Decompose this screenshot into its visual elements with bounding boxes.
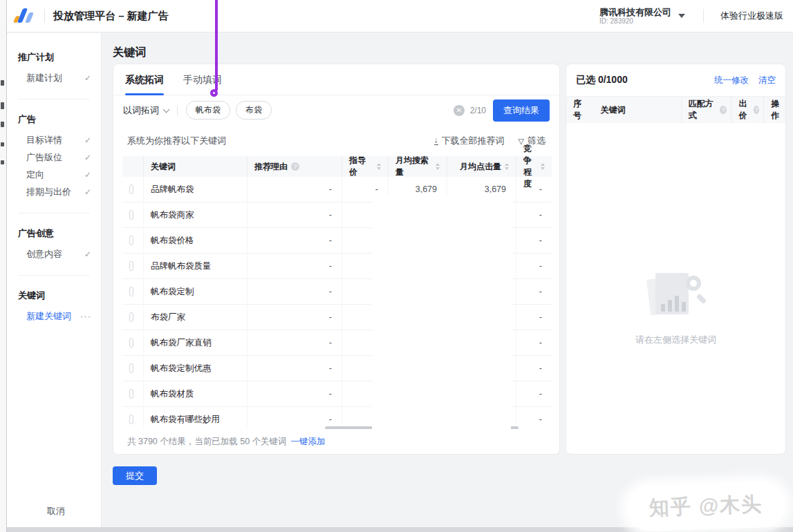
empty-state: 请在左侧选择关键词 — [566, 272, 785, 346]
recommend-bar: 系统为你推荐以下关键词 ↓ 下载全部推荐词 ▽ 筛选 — [113, 129, 559, 153]
sidebar-item[interactable]: 定向✓ — [7, 166, 101, 183]
table-cell: - — [516, 279, 552, 305]
column-label: 序号 — [573, 98, 590, 122]
sidebar-item-label: 目标详情 — [26, 134, 62, 146]
sort-icon[interactable] — [505, 163, 509, 170]
table-cell: - — [247, 381, 342, 407]
add-all-link[interactable]: 一键添加 — [291, 436, 326, 448]
sidebar-divider — [18, 99, 90, 99]
table-cell: 帆布袋定制 — [143, 279, 247, 305]
keyword-tag[interactable]: 帆布袋 — [186, 101, 230, 120]
sidebar: 推广计划新建计划✓广告目标详情✓广告版位✓定向✓排期与出价✓广告创意创意内容✓关… — [7, 33, 102, 527]
sidebar-item-label: 新建计划 — [26, 72, 62, 84]
info-icon[interactable]: ? — [291, 162, 299, 171]
sidebar-section: 广告创意创意内容✓ — [7, 219, 101, 269]
table-cell: - — [516, 381, 552, 407]
check-icon: ✓ — [84, 249, 91, 259]
info-icon[interactable]: ? — [720, 106, 727, 114]
submit-button[interactable]: 提交 — [113, 466, 157, 485]
annotation-ring — [210, 89, 218, 97]
row-checkbox[interactable] — [129, 210, 133, 220]
table-cell: 品牌帆布袋 — [143, 177, 247, 202]
checkbox-cell — [122, 228, 143, 254]
table-cell: 品牌帆布袋质量 — [143, 254, 247, 279]
app-root: 投放管理平台 – 新建广告 腾讯科技有限公司 ID: 283920 体验行业极速… — [0, 0, 793, 532]
sort-icon[interactable] — [541, 163, 545, 170]
checkbox-cell — [122, 330, 143, 356]
table-cell: 布袋厂家 — [143, 305, 247, 330]
result-summary: 共 3790 个结果，当前已加载 50 个关键词 — [127, 436, 287, 448]
account-id: ID: 283920 — [599, 17, 671, 26]
tab-system-expand[interactable]: 系统拓词 — [125, 64, 164, 95]
checkbox-cell — [122, 305, 143, 330]
account-switcher[interactable]: 腾讯科技有限公司 ID: 283920 — [599, 7, 671, 26]
sidebar-section: 广告目标详情✓广告版位✓定向✓排期与出价✓ — [7, 105, 101, 207]
sidebar-item[interactable]: 新建计划✓ — [7, 69, 101, 86]
row-checkbox[interactable] — [129, 389, 133, 399]
window-edge-strip — [0, 0, 7, 532]
check-icon: ✓ — [84, 170, 91, 180]
column-header: 关键词 — [594, 97, 681, 123]
sidebar-section-title: 广告创意 — [7, 223, 101, 245]
table-cell: - — [516, 202, 552, 228]
download-all-link[interactable]: 下载全部推荐词 — [442, 135, 505, 147]
top-header: 投放管理平台 – 新建广告 腾讯科技有限公司 ID: 283920 体验行业极速… — [7, 0, 793, 32]
clear-tags-icon[interactable]: ✕ — [454, 105, 465, 116]
sidebar-section: 推广计划新建计划✓ — [7, 43, 101, 93]
sort-icon[interactable] — [377, 163, 381, 170]
clear-all-link[interactable]: 清空 — [758, 75, 776, 86]
sidebar-item[interactable]: 广告版位✓ — [7, 149, 101, 166]
sidebar-item[interactable]: 排期与出价✓ — [7, 183, 101, 200]
sidebar-item[interactable]: 创意内容✓ — [7, 245, 101, 263]
expand-filter-row: 以词拓词 帆布袋布袋 ✕ 2/10 查询结果 — [113, 95, 559, 125]
version-link[interactable]: 体验行业极速版 — [720, 10, 783, 22]
row-checkbox[interactable] — [129, 415, 133, 424]
column-header: 月均点击量 — [447, 156, 516, 177]
checkbox-cell — [122, 356, 143, 381]
header-divider — [44, 9, 45, 23]
sort-icon[interactable] — [436, 163, 440, 170]
selected-header: 已选 0/1000 统一修改 清空 — [566, 64, 785, 97]
row-checkbox[interactable] — [129, 338, 133, 348]
expand-mode-select[interactable]: 以词拓词 — [123, 104, 169, 117]
column-label: 操作 — [771, 98, 781, 122]
batch-edit-link[interactable]: 统一修改 — [714, 75, 749, 86]
check-icon: ✓ — [84, 187, 91, 197]
row-checkbox[interactable] — [129, 184, 133, 194]
info-icon[interactable]: ? — [754, 106, 759, 114]
sidebar-item[interactable]: 目标详情✓ — [7, 131, 101, 149]
edge-mark — [1, 80, 4, 86]
table-cell: - — [516, 177, 552, 202]
page-title: 关键词 — [113, 46, 146, 60]
query-results-button[interactable]: 查询结果 — [493, 99, 550, 122]
keyword-table-header: 关键词推荐理由?指导价月均搜索量月均点击量竞争程度 — [122, 156, 552, 177]
chevron-down-icon[interactable] — [678, 14, 685, 18]
row-checkbox[interactable] — [129, 236, 133, 245]
row-checkbox[interactable] — [129, 312, 133, 322]
table-cell: - — [247, 228, 342, 254]
sidebar-section-title: 广告 — [7, 109, 101, 131]
edge-mark — [1, 160, 4, 164]
column-header: 出价? — [731, 97, 763, 123]
table-cell: - — [247, 330, 342, 356]
filter-divider — [177, 105, 178, 116]
more-dots-icon[interactable]: ··· — [80, 311, 91, 321]
column-label: 月均点击量 — [460, 161, 501, 173]
table-cell: - — [247, 202, 342, 228]
sidebar-item-label: 新建关键词 — [26, 310, 71, 323]
row-checkbox[interactable] — [129, 287, 133, 296]
recommend-hint: 系统为你推荐以下关键词 — [127, 135, 226, 147]
cancel-button[interactable]: 取消 — [47, 505, 65, 517]
table-cell: 帆布袋有哪些妙用 — [143, 407, 247, 433]
row-checkbox[interactable] — [129, 261, 133, 271]
sidebar-item[interactable]: 新建关键词··· — [7, 307, 101, 325]
sidebar-divider — [18, 213, 90, 213]
keyword-tag[interactable]: 布袋 — [236, 101, 272, 120]
row-checkbox[interactable] — [129, 363, 133, 373]
header-divider — [703, 9, 704, 23]
sidebar-section-title: 关键词 — [7, 285, 101, 307]
edge-mark — [1, 122, 4, 127]
column-label: 推荐理由 — [254, 161, 288, 173]
table-cell: - — [516, 254, 552, 279]
check-icon: ✓ — [84, 73, 91, 83]
